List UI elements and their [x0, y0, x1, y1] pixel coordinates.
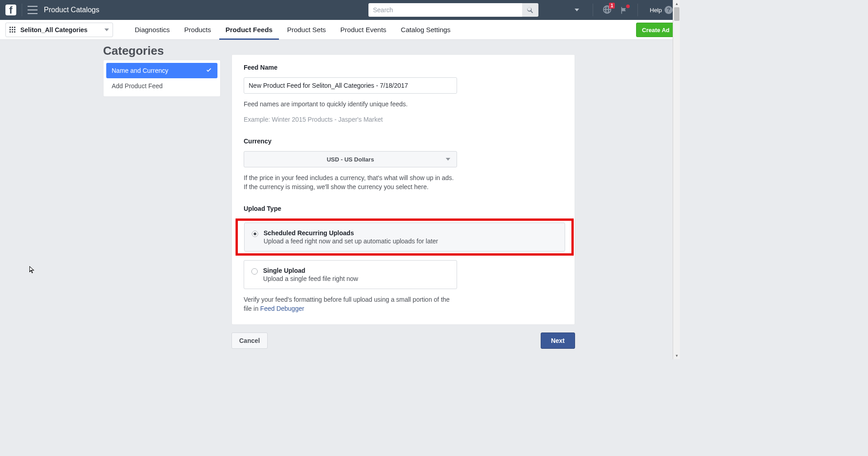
- divider: [22, 4, 22, 16]
- apps-grid-icon: [9, 27, 16, 33]
- radio-icon: [251, 268, 258, 275]
- notification-badge: 1: [609, 3, 615, 9]
- page-heading: Categories: [103, 44, 164, 58]
- catalog-name: Seliton_All Categories: [20, 26, 104, 33]
- facebook-logo[interactable]: f: [5, 5, 16, 15]
- search-button[interactable]: [522, 3, 538, 17]
- flag-icon[interactable]: [619, 6, 628, 14]
- feed-name-input[interactable]: [244, 77, 457, 94]
- tab-product-events[interactable]: Product Events: [333, 20, 394, 39]
- divider: [637, 4, 638, 16]
- feed-name-label: Feed Name: [244, 64, 563, 71]
- tab-diagnostics[interactable]: Diagnostics: [127, 20, 177, 39]
- currency-help: If the price in your feed includes a cur…: [244, 174, 457, 191]
- highlight-annotation: Scheduled Recurring Uploads Upload a fee…: [236, 218, 574, 256]
- catalog-selector[interactable]: Seliton_All Categories: [5, 23, 113, 37]
- footer-buttons: Cancel Next: [231, 332, 575, 349]
- option-desc: Upload a single feed file right now: [263, 275, 358, 282]
- currency-value: USD - US Dollars: [327, 156, 374, 163]
- help-link[interactable]: Help ?: [650, 6, 673, 14]
- step-name-and-currency[interactable]: Name and Currency: [106, 63, 217, 78]
- tab-product-feeds[interactable]: Product Feeds: [218, 20, 280, 39]
- option-title: Single Upload: [263, 267, 358, 274]
- account-dropdown-icon[interactable]: [575, 9, 579, 11]
- feed-form-card: Feed Name Feed names are important to qu…: [231, 54, 575, 325]
- notifications-icon[interactable]: 1: [602, 5, 612, 16]
- topbar-right: 1 Help ?: [566, 0, 673, 20]
- scrollbar-thumb[interactable]: [674, 7, 679, 21]
- chevron-down-icon: [104, 28, 109, 31]
- scroll-up-icon[interactable]: ▲: [673, 0, 680, 7]
- option-title: Scheduled Recurring Uploads: [264, 229, 438, 237]
- cancel-button[interactable]: Cancel: [231, 332, 268, 349]
- help-icon: ?: [665, 6, 673, 14]
- cursor-icon: [29, 266, 35, 274]
- search-icon: [527, 7, 533, 13]
- option-desc: Upload a feed right now and set up autom…: [264, 238, 438, 245]
- chevron-down-icon: [446, 158, 450, 161]
- tab-catalog-settings[interactable]: Catalog Settings: [394, 20, 458, 39]
- radio-icon: [252, 231, 258, 237]
- upload-option-scheduled[interactable]: Scheduled Recurring Uploads Upload a fee…: [244, 223, 565, 252]
- tab-products[interactable]: Products: [177, 20, 218, 39]
- help-label: Help: [650, 7, 662, 14]
- scroll-down-icon[interactable]: ▼: [673, 352, 680, 359]
- create-ad-button[interactable]: Create Ad: [636, 23, 675, 37]
- feed-name-help-1: Feed names are important to quickly iden…: [244, 100, 563, 109]
- check-icon: [206, 67, 212, 75]
- sub-nav: Seliton_All Categories Diagnostics Produ…: [0, 20, 680, 40]
- top-bar: f Product Catalogs 1 Help ?: [0, 0, 680, 20]
- step-label: Add Product Feed: [112, 82, 163, 90]
- feed-name-help-2: Example: Winter 2015 Products - Jasper's…: [244, 115, 563, 124]
- flag-notification-dot: [626, 5, 630, 8]
- step-label: Name and Currency: [112, 67, 168, 74]
- tab-product-sets[interactable]: Product Sets: [280, 20, 333, 39]
- verify-text: Verify your feed's formatting before ful…: [244, 295, 457, 313]
- next-button[interactable]: Next: [541, 332, 575, 349]
- section-title: Product Catalogs: [44, 6, 99, 14]
- tabs: Diagnostics Products Product Feeds Produ…: [127, 20, 458, 39]
- divider: [593, 4, 593, 16]
- steps-sidebar: Name and Currency Add Product Feed: [103, 60, 221, 97]
- upload-option-single[interactable]: Single Upload Upload a single feed file …: [244, 260, 457, 289]
- step-add-product-feed[interactable]: Add Product Feed: [106, 78, 217, 94]
- scrollbar[interactable]: ▲ ▼: [673, 0, 680, 359]
- currency-select[interactable]: USD - US Dollars: [244, 151, 457, 167]
- upload-type-label: Upload Type: [244, 205, 563, 212]
- menu-icon[interactable]: [28, 6, 38, 14]
- search-input[interactable]: [368, 3, 522, 17]
- upload-options: Scheduled Recurring Uploads Upload a fee…: [244, 218, 563, 289]
- search: [368, 3, 538, 17]
- feed-debugger-link[interactable]: Feed Debugger: [260, 305, 304, 312]
- currency-label: Currency: [244, 138, 563, 145]
